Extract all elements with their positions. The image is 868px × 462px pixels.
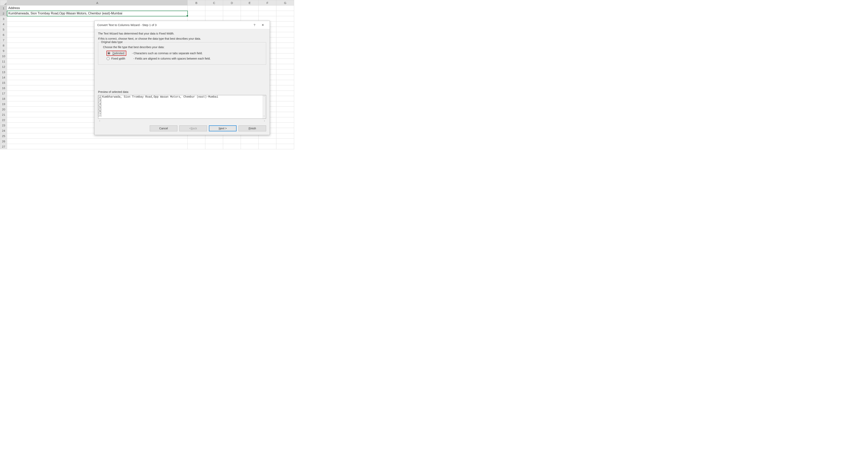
preview-horizontal-scrollbar[interactable]: ‹ › — [98, 119, 266, 123]
cell-G4[interactable] — [276, 22, 294, 27]
row-header-9[interactable]: 9 — [0, 48, 7, 54]
cell-G24[interactable] — [276, 128, 294, 133]
row-header-10[interactable]: 10 — [0, 54, 7, 59]
cell-B26[interactable] — [188, 139, 205, 144]
cell-G6[interactable] — [276, 32, 294, 37]
row-header-20[interactable]: 20 — [0, 107, 7, 112]
cell-G12[interactable] — [276, 64, 294, 69]
cell-E2[interactable] — [241, 11, 259, 16]
cell-G5[interactable] — [276, 27, 294, 32]
cell-E1[interactable] — [241, 5, 259, 11]
cell-G26[interactable] — [276, 139, 294, 144]
cell-D1[interactable] — [223, 5, 241, 11]
close-button[interactable]: ✕ — [259, 21, 267, 29]
row-header-4[interactable]: 4 — [0, 22, 7, 27]
cell-G10[interactable] — [276, 54, 294, 59]
cell-G25[interactable] — [276, 133, 294, 139]
cell-F27[interactable] — [259, 144, 276, 149]
cell-G1[interactable] — [276, 5, 294, 11]
col-header-D[interactable]: D — [223, 0, 241, 5]
row-header-17[interactable]: 17 — [0, 91, 7, 96]
help-button[interactable]: ? — [250, 21, 259, 29]
row-header-2[interactable]: 2 — [0, 11, 7, 16]
cell-C26[interactable] — [205, 139, 223, 144]
row-header-8[interactable]: 8 — [0, 43, 7, 48]
cell-G2[interactable] — [276, 11, 294, 16]
row-header-19[interactable]: 19 — [0, 101, 7, 107]
row-header-12[interactable]: 12 — [0, 64, 7, 69]
radio-option-delimited[interactable]: Delimited - Characters such as commas or… — [106, 51, 263, 56]
preview-line-text — [101, 99, 102, 102]
row-header-3[interactable]: 3 — [0, 16, 7, 22]
row-header-26[interactable]: 26 — [0, 139, 7, 144]
row-header-6[interactable]: 6 — [0, 32, 7, 37]
cell-G14[interactable] — [276, 75, 294, 80]
row-header-13[interactable]: 13 — [0, 69, 7, 75]
cell-G19[interactable] — [276, 101, 294, 107]
cell-G8[interactable] — [276, 43, 294, 48]
cell-B27[interactable] — [188, 144, 205, 149]
cell-G20[interactable] — [276, 107, 294, 112]
cell-G23[interactable] — [276, 123, 294, 128]
cell-A26[interactable] — [7, 139, 188, 144]
cell-G17[interactable] — [276, 91, 294, 96]
row-header-22[interactable]: 22 — [0, 117, 7, 123]
cell-C2[interactable] — [205, 11, 223, 16]
row-header-24[interactable]: 24 — [0, 128, 7, 133]
cell-G18[interactable] — [276, 96, 294, 101]
row-header-15[interactable]: 15 — [0, 80, 7, 86]
row-header-27[interactable]: 27 — [0, 144, 7, 149]
back-button[interactable]: < Back — [179, 125, 207, 131]
preview-line-text — [101, 106, 102, 109]
radio-option-fixed-width[interactable]: Fixed width - Fields are aligned in colu… — [106, 57, 263, 60]
cell-C1[interactable] — [205, 5, 223, 11]
row-header-23[interactable]: 23 — [0, 123, 7, 128]
cell-D2[interactable] — [223, 11, 241, 16]
row-header-16[interactable]: 16 — [0, 86, 7, 91]
cell-A27[interactable] — [7, 144, 188, 149]
row-header-7[interactable]: 7 — [0, 37, 7, 43]
cell-A2[interactable]: Kumbharwada, Sion Trombay Road,Opp Wasan… — [7, 11, 188, 16]
row-header-21[interactable]: 21 — [0, 112, 7, 117]
cell-D26[interactable] — [223, 139, 241, 144]
preview-vertical-scrollbar[interactable]: ˄ ˅ — [262, 95, 266, 119]
cell-E26[interactable] — [241, 139, 259, 144]
row-header-25[interactable]: 25 — [0, 133, 7, 139]
cell-F2[interactable] — [259, 11, 276, 16]
cell-F1[interactable] — [259, 5, 276, 11]
cell-B2[interactable] — [188, 11, 205, 16]
cell-D27[interactable] — [223, 144, 241, 149]
row-header-18[interactable]: 18 — [0, 96, 7, 101]
cell-B1[interactable] — [188, 5, 205, 11]
cell-G11[interactable] — [276, 59, 294, 64]
original-data-type-group: Original data type Choose the file type … — [98, 42, 266, 65]
col-header-F[interactable]: F — [259, 0, 276, 5]
col-header-A[interactable]: A — [7, 0, 188, 5]
cell-G21[interactable] — [276, 112, 294, 117]
col-header-C[interactable]: C — [205, 0, 223, 5]
row-header-14[interactable]: 14 — [0, 75, 7, 80]
next-button[interactable]: Next > — [209, 125, 237, 131]
cell-A1[interactable]: Address — [7, 5, 188, 11]
radio-fixed-label: Fixed width — [111, 57, 131, 60]
cell-F26[interactable] — [259, 139, 276, 144]
cell-G27[interactable] — [276, 144, 294, 149]
cell-E27[interactable] — [241, 144, 259, 149]
row-header-11[interactable]: 11 — [0, 59, 7, 64]
cell-G15[interactable] — [276, 80, 294, 86]
cancel-button[interactable]: Cancel — [150, 125, 177, 131]
cell-G9[interactable] — [276, 48, 294, 54]
cell-C27[interactable] — [205, 144, 223, 149]
cell-G16[interactable] — [276, 86, 294, 91]
cell-G22[interactable] — [276, 117, 294, 123]
finish-button[interactable]: Finish — [239, 125, 266, 131]
row-header-1[interactable]: 1 — [0, 5, 7, 11]
select-all-corner[interactable] — [0, 0, 7, 5]
col-header-E[interactable]: E — [241, 0, 259, 5]
col-header-B[interactable]: B — [188, 0, 205, 5]
col-header-G[interactable]: G — [276, 0, 294, 5]
cell-G3[interactable] — [276, 16, 294, 22]
row-header-5[interactable]: 5 — [0, 27, 7, 32]
cell-G7[interactable] — [276, 37, 294, 43]
cell-G13[interactable] — [276, 69, 294, 75]
